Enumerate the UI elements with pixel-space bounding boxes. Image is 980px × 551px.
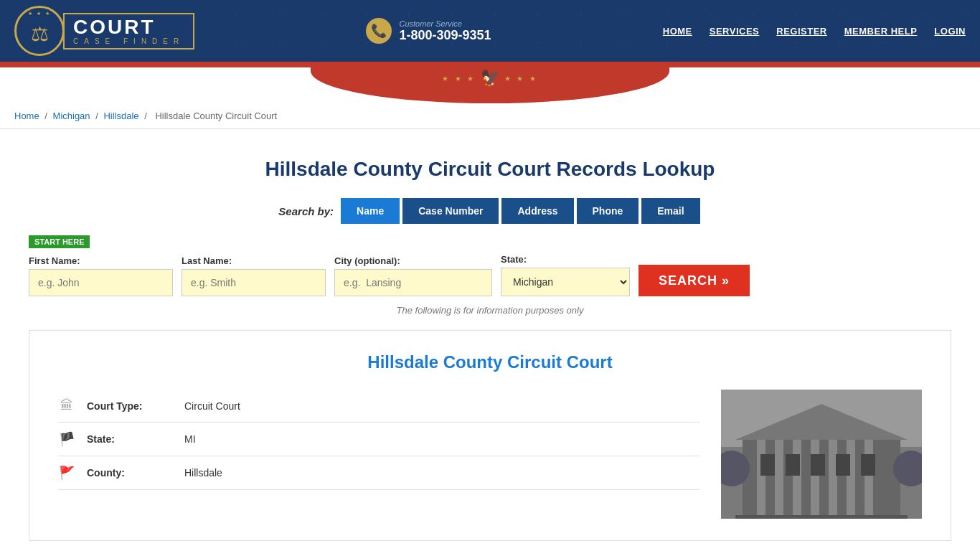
- detail-row-type: 🏛 Court Type: Circuit Court: [58, 390, 699, 423]
- last-name-input[interactable]: [182, 269, 326, 296]
- logo-circle: ⚖: [14, 6, 65, 56]
- state-group: State: Michigan Alabama Alaska Arizona A…: [501, 254, 630, 296]
- breadcrumb-sep-1: /: [44, 110, 50, 121]
- svg-rect-12: [760, 454, 775, 476]
- detail-row-state: 🏴 State: MI: [58, 423, 699, 456]
- breadcrumb-current: Hillsdale County Circuit Court: [155, 110, 277, 121]
- breadcrumb-home[interactable]: Home: [14, 110, 39, 121]
- detail-row-county: 🚩 County: Hillsdale: [58, 456, 699, 490]
- svg-rect-13: [786, 454, 800, 476]
- logo-text: COURT CASE FINDER: [63, 13, 194, 50]
- svg-rect-15: [836, 454, 850, 476]
- eagle-icon: 🦅: [481, 69, 500, 88]
- county-value: Hillsdale: [184, 467, 222, 479]
- city-label: City (optional):: [334, 255, 492, 266]
- city-input[interactable]: [334, 269, 492, 296]
- customer-service-label: Customer Service: [399, 19, 491, 28]
- tab-name[interactable]: Name: [341, 198, 400, 224]
- tab-case-number[interactable]: Case Number: [402, 198, 499, 224]
- first-name-input[interactable]: [29, 269, 173, 296]
- stars-left: ★ ★ ★: [442, 75, 476, 83]
- svg-rect-2: [743, 440, 900, 519]
- court-img-placeholder: [721, 390, 922, 519]
- nav-member-help[interactable]: MEMBER HELP: [844, 26, 918, 37]
- logo-court-text: COURT: [73, 17, 184, 37]
- court-info-title: Hillsdale County Circuit Court: [58, 352, 922, 372]
- state-icon: 🏴: [58, 431, 75, 447]
- svg-rect-16: [861, 454, 875, 476]
- page-title: Hillsdale County Circuit Court Records L…: [29, 158, 951, 181]
- court-type-label: Court Type:: [87, 400, 173, 412]
- city-group: City (optional):: [334, 255, 492, 296]
- logo-area: ⚖ COURT CASE FINDER: [14, 6, 194, 56]
- svg-rect-14: [811, 454, 825, 476]
- state-label: State:: [501, 254, 630, 265]
- search-form-row: First Name: Last Name: City (optional): …: [29, 254, 951, 296]
- breadcrumb: Home / Michigan / Hillsdale / Hillsdale …: [0, 103, 980, 129]
- county-label: County:: [87, 467, 173, 479]
- tab-address[interactable]: Address: [501, 198, 573, 224]
- phone-area: 📞 Customer Service 1-800-309-9351: [366, 18, 491, 44]
- tab-email[interactable]: Email: [641, 198, 699, 224]
- first-name-label: First Name:: [29, 255, 173, 266]
- court-type-icon: 🏛: [58, 398, 75, 413]
- breadcrumb-michigan[interactable]: Michigan: [53, 110, 90, 121]
- search-button[interactable]: SEARCH »: [639, 265, 750, 296]
- header: ⚖ COURT CASE FINDER 📞 Customer Service 1…: [0, 0, 980, 62]
- first-name-group: First Name:: [29, 255, 173, 296]
- info-note: The following is for information purpose…: [29, 305, 951, 316]
- nav-login[interactable]: LOGIN: [934, 26, 966, 37]
- court-details-right: [721, 390, 922, 519]
- breadcrumb-hillsdale[interactable]: Hillsdale: [103, 110, 138, 121]
- main-nav: HOME SERVICES REGISTER MEMBER HELP LOGIN: [663, 26, 966, 37]
- svg-rect-11: [735, 515, 908, 519]
- red-ribbon: [0, 62, 980, 67]
- tab-phone[interactable]: Phone: [577, 198, 639, 224]
- breadcrumb-sep-2: /: [95, 110, 100, 121]
- phone-icon: 📞: [366, 18, 392, 44]
- logo-case-finder-text: CASE FINDER: [73, 37, 184, 45]
- breadcrumb-sep-3: /: [144, 110, 149, 121]
- ribbon-arc: ★ ★ ★ 🦅 ★ ★ ★: [0, 67, 980, 103]
- county-icon: 🚩: [58, 465, 75, 481]
- main-content: Hillsdale County Circuit Court Records L…: [0, 129, 980, 551]
- state-detail-value: MI: [184, 433, 196, 445]
- phone-number: 1-800-309-9351: [399, 28, 491, 42]
- search-by-row: Search by: Name Case Number Address Phon…: [29, 198, 951, 224]
- last-name-label: Last Name:: [182, 255, 326, 266]
- court-info-box: Hillsdale County Circuit Court 🏛 Court T…: [29, 330, 951, 541]
- nav-register[interactable]: REGISTER: [776, 26, 826, 37]
- court-image: [721, 390, 922, 519]
- court-details: 🏛 Court Type: Circuit Court 🏴 State: MI …: [58, 390, 922, 519]
- nav-home[interactable]: HOME: [663, 26, 692, 37]
- last-name-group: Last Name:: [182, 255, 326, 296]
- stars-right: ★ ★ ★: [504, 75, 539, 83]
- court-details-left: 🏛 Court Type: Circuit Court 🏴 State: MI …: [58, 390, 699, 519]
- state-detail-label: State:: [87, 433, 173, 445]
- state-select[interactable]: Michigan Alabama Alaska Arizona Arkansas…: [501, 268, 630, 296]
- eagle-area: ★ ★ ★ 🦅 ★ ★ ★: [442, 69, 538, 88]
- scales-icon: ⚖: [31, 22, 49, 46]
- nav-services[interactable]: SERVICES: [710, 26, 760, 37]
- court-type-value: Circuit Court: [184, 400, 240, 412]
- svg-rect-4: [775, 433, 783, 519]
- start-here-badge: START HERE: [29, 235, 90, 248]
- phone-text: Customer Service 1-800-309-9351: [399, 19, 491, 43]
- search-by-label: Search by:: [278, 205, 334, 217]
- form-area: START HERE First Name: Last Name: City (…: [29, 235, 951, 296]
